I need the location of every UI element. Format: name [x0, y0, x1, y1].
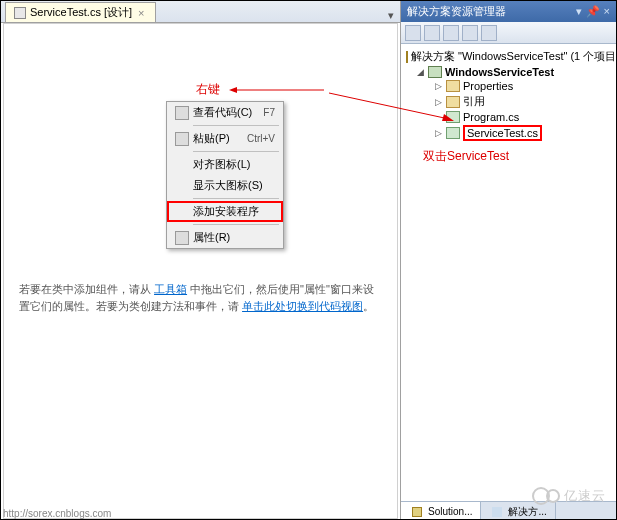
toolbar-icon[interactable]	[462, 25, 478, 41]
solution-icon	[412, 507, 422, 517]
close-icon[interactable]: ×	[136, 7, 146, 19]
code-icon	[175, 106, 189, 120]
panel-title-text: 解决方案资源管理器	[407, 4, 506, 19]
toolbar-icon[interactable]	[481, 25, 497, 41]
toolbar-icon[interactable]	[443, 25, 459, 41]
tab-title: ServiceTest.cs [设计]	[30, 5, 132, 20]
menu-item-align[interactable]: 对齐图标(L)	[167, 154, 283, 175]
annotation-double-click: 双击ServiceTest	[423, 148, 614, 165]
menu-separator	[193, 125, 279, 126]
collapse-icon[interactable]: ◢	[415, 67, 425, 77]
dropdown-icon[interactable]: ▾	[576, 5, 582, 18]
editor-area: ServiceTest.cs [设计] × ▾ 右键 查看代码(C) F7 粘贴…	[1, 1, 401, 520]
context-menu: 查看代码(C) F7 粘贴(P) Ctrl+V 对齐图标(L) 显示大图标(S)…	[166, 101, 284, 249]
menu-separator	[193, 198, 279, 199]
menu-separator	[193, 224, 279, 225]
toolbox-link[interactable]: 工具箱	[154, 283, 187, 295]
document-tab[interactable]: ServiceTest.cs [设计] ×	[5, 2, 156, 22]
toolbar-icon[interactable]	[424, 25, 440, 41]
properties-icon	[175, 231, 189, 245]
project-icon	[428, 66, 442, 78]
references-icon	[446, 96, 460, 108]
tab-overflow-icon[interactable]: ▾	[382, 9, 400, 22]
tree-node-solution[interactable]: 解决方案 "WindowsServiceTest" (1 个项目)	[403, 48, 614, 65]
panel-toolbar	[401, 22, 616, 44]
cs-file-icon	[446, 111, 460, 123]
menu-item-add-installer[interactable]: 添加安装程序	[167, 201, 283, 222]
menu-item-properties[interactable]: 属性(R)	[167, 227, 283, 248]
tree-node-references[interactable]: ▷ 引用	[403, 93, 614, 110]
folder-icon	[446, 80, 460, 92]
tree-node-properties[interactable]: ▷ Properties	[403, 79, 614, 93]
document-tab-bar: ServiceTest.cs [设计] × ▾	[1, 1, 400, 23]
file-icon	[14, 7, 26, 19]
code-view-link[interactable]: 单击此处切换到代码视图	[242, 300, 363, 312]
tree-node-servicetest[interactable]: ▷ ServiceTest.cs	[403, 124, 614, 142]
panel-tab-solution[interactable]: Solution...	[401, 502, 481, 520]
menu-separator	[193, 151, 279, 152]
paste-icon	[175, 132, 189, 146]
pin-icon[interactable]: 📌	[586, 5, 600, 18]
source-url: http://sorex.cnblogs.com	[3, 508, 111, 519]
team-icon	[492, 507, 502, 517]
menu-item-view-code[interactable]: 查看代码(C) F7	[167, 102, 283, 123]
expand-icon[interactable]: ▷	[433, 128, 443, 138]
tree-node-program[interactable]: Program.cs	[403, 110, 614, 124]
designer-hint: 若要在类中添加组件，请从 工具箱 中拖出它们，然后使用"属性"窗口来设置它们的属…	[19, 281, 382, 314]
expand-icon[interactable]: ▷	[433, 97, 443, 107]
solution-tree: 解决方案 "WindowsServiceTest" (1 个项目) ◢ Wind…	[401, 44, 616, 501]
tree-node-project[interactable]: ◢ WindowsServiceTest	[403, 65, 614, 79]
toolbar-icon[interactable]	[405, 25, 421, 41]
panel-title-bar: 解决方案资源管理器 ▾ 📌 ×	[401, 1, 616, 22]
menu-item-paste[interactable]: 粘贴(P) Ctrl+V	[167, 128, 283, 149]
solution-icon	[406, 51, 408, 63]
annotation-right-click: 右键	[196, 81, 220, 98]
close-panel-icon[interactable]: ×	[604, 5, 610, 18]
cs-file-icon	[446, 127, 460, 139]
menu-item-large-icons[interactable]: 显示大图标(S)	[167, 175, 283, 196]
watermark: 亿速云	[532, 487, 606, 505]
expand-icon[interactable]: ▷	[433, 81, 443, 91]
solution-explorer-panel: 解决方案资源管理器 ▾ 📌 × 解决方案 "WindowsServiceTest…	[401, 1, 616, 520]
